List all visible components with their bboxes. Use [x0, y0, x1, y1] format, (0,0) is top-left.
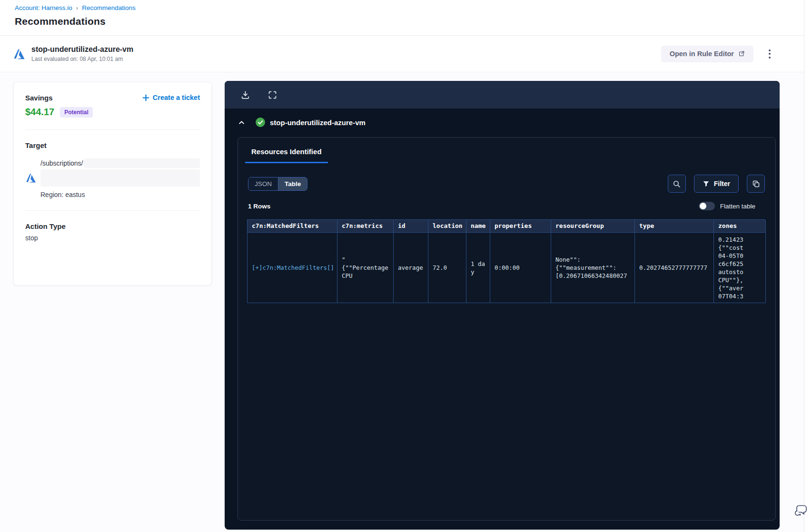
target-path: /subscriptions/	[40, 159, 83, 167]
column-header: id	[394, 220, 428, 233]
azure-logo-icon	[25, 172, 37, 184]
action-type-value: stop	[25, 234, 200, 242]
column-header: location	[428, 220, 466, 233]
column-header: type	[635, 220, 714, 233]
column-header: name	[466, 220, 490, 233]
filter-icon	[703, 180, 710, 187]
cell-resource-group: None"": {""measurement"": [0.20671066342…	[551, 233, 635, 303]
page-right-divider	[804, 0, 804, 532]
rows-count: 1 Rows	[248, 203, 270, 210]
create-ticket-button[interactable]: Create a ticket	[142, 94, 200, 101]
divider	[25, 210, 200, 211]
create-ticket-label: Create a ticket	[153, 94, 200, 101]
fullscreen-icon[interactable]	[268, 90, 277, 99]
help-chat-button[interactable]	[793, 502, 808, 518]
copy-icon	[752, 180, 760, 188]
cell-metrics: " {""Percentage CPU	[337, 233, 394, 303]
search-button[interactable]	[668, 175, 686, 193]
success-check-icon	[255, 117, 266, 128]
tab-resources-identified[interactable]: Resources Identified	[245, 148, 328, 163]
result-title: stop-underutilized-azure-vm	[270, 118, 366, 127]
recommendation-header: stop-underutilized-azure-vm Last evaluat…	[0, 35, 804, 72]
more-options-menu[interactable]	[767, 48, 772, 60]
savings-amount: $44.17	[25, 107, 54, 118]
column-header: zones	[714, 220, 766, 233]
open-rule-editor-button[interactable]: Open in Rule Editor	[661, 46, 753, 62]
target-label: Target	[25, 141, 200, 149]
breadcrumb: Account: Harness.io › Recommendations	[15, 4, 136, 11]
cell-matched-filters-expand[interactable]: [+]c7n:MatchedFilters[]	[248, 233, 337, 303]
cell-zones: 0.21423 {""cost 04-05T0 c6cf625 autosto …	[714, 233, 766, 303]
copy-button[interactable]	[747, 175, 765, 193]
breadcrumb-current-link[interactable]: Recommendations	[82, 4, 136, 11]
external-link-icon	[738, 50, 745, 57]
resources-table: c7n:MatchedFilters c7n:metrics id locati…	[247, 219, 765, 303]
view-mode-toggle: JSON Table	[248, 177, 307, 191]
search-icon	[673, 180, 681, 188]
savings-label: Savings	[25, 94, 53, 102]
column-header: c7n:metrics	[337, 220, 394, 233]
cell-id: average	[394, 233, 428, 303]
flatten-table-toggle[interactable]	[699, 202, 715, 210]
target-region: Region: eastus	[25, 191, 200, 198]
panel-toolbar	[225, 81, 780, 108]
chevron-up-icon[interactable]	[238, 118, 246, 127]
chat-bubbles-icon	[793, 502, 808, 518]
cell-location: 72.0	[428, 233, 466, 303]
filter-button[interactable]: Filter	[694, 175, 739, 193]
page-title: Recommendations	[15, 16, 136, 27]
flatten-table-label: Flatten table	[720, 203, 755, 210]
azure-logo-icon	[13, 48, 26, 60]
potential-badge: Potential	[60, 107, 93, 118]
download-icon[interactable]	[241, 90, 250, 99]
cell-properties: 0:00:00	[490, 233, 551, 303]
result-collapse-row: stop-underutilized-azure-vm	[238, 117, 366, 128]
filter-label: Filter	[714, 180, 730, 187]
recommendations-page: Account: Harness.io › Recommendations Re…	[0, 0, 812, 532]
action-type-label: Action Type	[25, 222, 200, 230]
savings-card: Savings Create a ticket $44.17 Potential…	[13, 82, 212, 286]
redacted-target-id	[84, 158, 200, 168]
topbar: Account: Harness.io › Recommendations Re…	[15, 4, 136, 27]
recommendation-title: stop-underutilized-azure-vm	[31, 45, 133, 54]
divider	[25, 129, 200, 130]
column-header: resourceGroup	[551, 220, 635, 233]
open-rule-editor-label: Open in Rule Editor	[670, 50, 734, 58]
cell-type: 0.20274652777777777	[635, 233, 714, 303]
column-header: properties	[490, 220, 551, 233]
results-panel: stop-underutilized-azure-vm Resources Id…	[225, 81, 780, 530]
resources-box: Resources Identified JSON Table	[238, 137, 776, 521]
breadcrumb-separator: ›	[76, 4, 78, 11]
plus-icon	[142, 94, 149, 101]
breadcrumb-account-link[interactable]: Account: Harness.io	[15, 4, 72, 11]
last-evaluated-text: Last evaluated on: 08 Apr, 10:01 am	[31, 56, 133, 62]
target-block: /subscriptions/ Region: eastus	[25, 158, 200, 198]
column-header: c7n:MatchedFilters	[248, 220, 337, 233]
view-json-button[interactable]: JSON	[248, 177, 278, 190]
cell-name: 1 day	[466, 233, 490, 303]
view-table-button[interactable]: Table	[278, 177, 307, 190]
redacted-resource-path	[40, 169, 200, 187]
